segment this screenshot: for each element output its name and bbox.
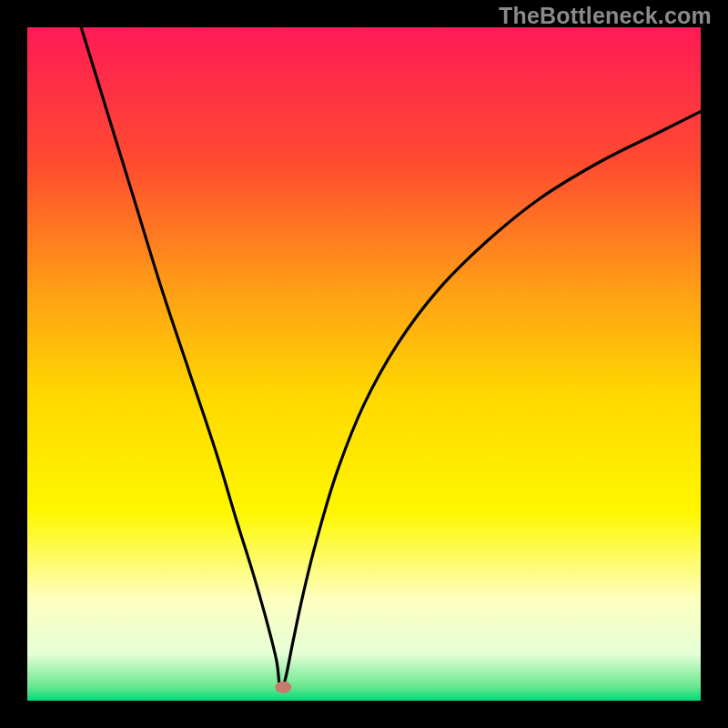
gradient-background bbox=[27, 27, 701, 701]
bottleneck-chart bbox=[27, 27, 701, 701]
chart-frame: TheBottleneck.com bbox=[0, 0, 728, 728]
watermark-label: TheBottleneck.com bbox=[499, 3, 712, 29]
minimum-marker bbox=[275, 682, 291, 693]
